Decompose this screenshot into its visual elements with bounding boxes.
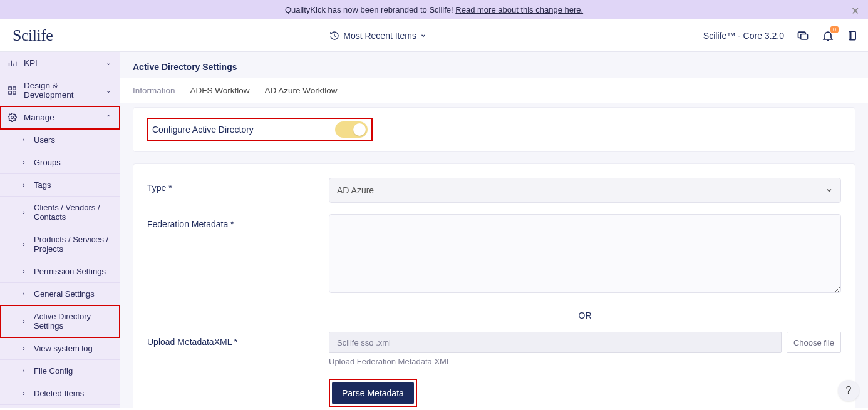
tab-information[interactable]: Information	[133, 78, 175, 103]
tabs: Information ADFS Workflow AD Azure Workf…	[120, 78, 868, 103]
federation-textarea[interactable]	[329, 214, 841, 293]
svg-point-12	[11, 116, 14, 119]
version-label: Scilife™ - Core 3.2.0	[703, 31, 784, 41]
svg-rect-1	[801, 34, 808, 39]
svg-rect-8	[9, 86, 11, 89]
choose-file-button[interactable]: Choose file	[787, 332, 841, 353]
federation-label: Federation Metadata *	[147, 214, 329, 229]
topbar: Scilife Most Recent Items Scilife™ - Cor…	[0, 19, 868, 52]
page-title: Active Directory Settings	[120, 52, 868, 78]
chevron-right-icon: ›	[20, 209, 28, 216]
close-icon[interactable]: ✕	[851, 5, 859, 17]
chevron-down-icon: ⌄	[105, 59, 112, 66]
sidebar-item-products[interactable]: ›Products / Services / Projects	[0, 228, 120, 260]
chat-icon[interactable]	[797, 29, 809, 42]
parse-metadata-button[interactable]: Parse Metadata	[332, 382, 414, 404]
sidebar-item-syslog[interactable]: ›View system log	[0, 337, 120, 360]
tab-azure[interactable]: AD Azure Workflow	[265, 78, 338, 103]
recent-items-dropdown[interactable]: Most Recent Items	[53, 31, 703, 41]
chevron-right-icon: ›	[20, 159, 28, 166]
sidebar-item-groups[interactable]: ›Groups	[0, 151, 120, 174]
sidebar-item-label: KPI	[24, 58, 98, 68]
chevron-right-icon: ›	[20, 182, 28, 188]
sidebar-item-design[interactable]: Design & Development ⌄	[0, 74, 120, 106]
chevron-down-icon	[420, 33, 426, 39]
type-value: AD Azure	[337, 185, 374, 195]
chevron-right-icon: ›	[20, 318, 28, 325]
tab-adfs[interactable]: ADFS Workflow	[190, 78, 250, 103]
upload-label: Upload MetadataXML *	[147, 332, 329, 347]
help-button[interactable]: ?	[838, 380, 859, 401]
banner-link[interactable]: Read more about this change here.	[455, 5, 583, 14]
chevron-right-icon: ›	[20, 136, 28, 143]
configure-toggle[interactable]	[335, 121, 368, 138]
sidebar-item-deleted[interactable]: ›Deleted Items	[0, 382, 120, 405]
chevron-right-icon: ›	[20, 290, 28, 297]
form-card: Type * AD Azure Federation Metadata *	[133, 163, 855, 408]
chevron-right-icon: ›	[20, 390, 28, 397]
grid-icon	[8, 86, 18, 95]
bell-icon[interactable]: 0	[822, 29, 834, 42]
chevron-up-icon: ⌃	[105, 114, 112, 121]
banner-text: QualityKick has now been rebranded to Sc…	[285, 5, 455, 14]
type-label: Type *	[147, 178, 329, 193]
chart-icon	[8, 58, 18, 68]
configure-card: Configure Active Directory	[133, 107, 855, 152]
chevron-down-icon	[825, 187, 833, 194]
sidebar-item-kpi[interactable]: KPI ⌄	[0, 52, 120, 74]
svg-rect-9	[13, 86, 16, 89]
sidebar-item-tags[interactable]: ›Tags	[0, 174, 120, 197]
sidebar-item-label: Manage	[24, 113, 98, 122]
upload-filename-input[interactable]: Scilife sso .xml	[329, 332, 782, 353]
book-icon[interactable]	[847, 29, 858, 42]
svg-rect-2	[849, 31, 856, 40]
sidebar-item-clients[interactable]: ›Clients / Vendors / Contacts	[0, 197, 120, 228]
or-divider: OR	[329, 307, 841, 329]
type-select[interactable]: AD Azure	[329, 178, 841, 203]
chevron-right-icon: ›	[20, 367, 28, 374]
upload-helper: Upload Federation Metadata XML	[329, 357, 841, 366]
sidebar-item-users[interactable]: ›Users	[0, 129, 120, 151]
help-icon: ?	[846, 385, 852, 396]
sidebar: KPI ⌄ Design & Development ⌄ Manage ⌃ ›U…	[0, 52, 120, 408]
configure-label: Configure Active Directory	[152, 125, 254, 135]
recent-items-label: Most Recent Items	[343, 31, 416, 41]
sidebar-item-general[interactable]: ›General Settings	[0, 283, 120, 305]
history-icon	[329, 31, 339, 41]
sidebar-item-manage[interactable]: Manage ⌃	[0, 106, 120, 129]
brand-logo[interactable]: Scilife	[13, 26, 53, 45]
rebrand-banner: QualityKick has now been rebranded to Sc…	[0, 0, 868, 19]
sidebar-item-permission[interactable]: ›Permission Settings	[0, 260, 120, 283]
sidebar-item-fileconfig[interactable]: ›File Config	[0, 360, 120, 382]
gear-icon	[8, 113, 18, 122]
main-content: Active Directory Settings Information AD…	[120, 52, 868, 408]
sidebar-item-active-directory[interactable]: ›Active Directory Settings	[0, 305, 120, 337]
chevron-right-icon: ›	[20, 268, 28, 275]
notification-badge: 0	[830, 26, 839, 33]
sidebar-item-label: Design & Development	[24, 81, 98, 100]
chevron-right-icon: ›	[20, 345, 28, 352]
svg-rect-11	[13, 91, 16, 93]
chevron-down-icon: ⌄	[105, 87, 112, 94]
chevron-right-icon: ›	[20, 241, 28, 248]
svg-rect-10	[9, 91, 11, 93]
